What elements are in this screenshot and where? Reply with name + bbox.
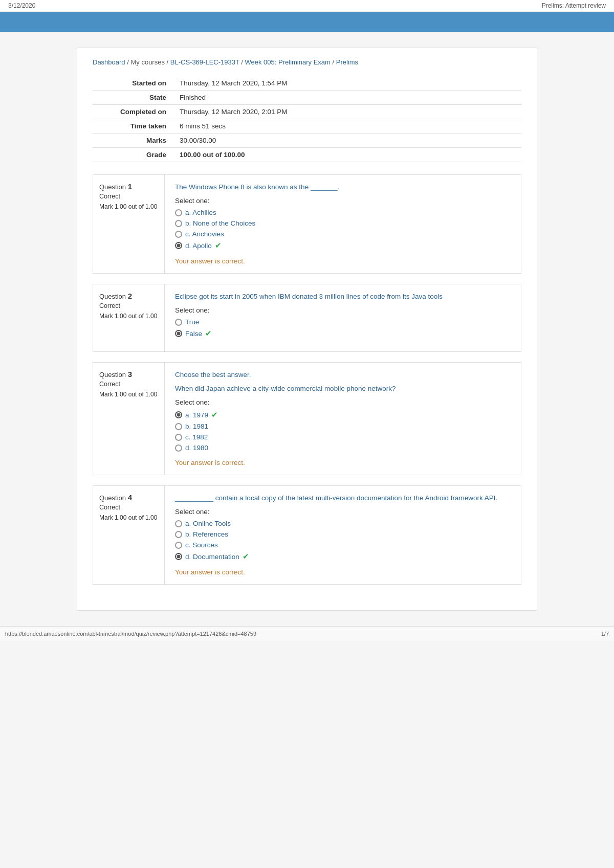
questions-container: Question 1 Correct Mark 1.00 out of 1.00… xyxy=(93,174,521,585)
option-item: d. 1980 xyxy=(175,444,511,452)
correct-checkmark: ✔ xyxy=(205,329,212,338)
question-sidebar-1: Question 1 Correct Mark 1.00 out of 1.00 xyxy=(93,175,165,273)
grade-label: Grade xyxy=(93,148,174,162)
answer-feedback: Your answer is correct. xyxy=(175,257,511,265)
radio-circle xyxy=(175,423,182,430)
option-item: c. Anchovies xyxy=(175,230,511,238)
radio-circle xyxy=(175,242,182,249)
grade-value: 100.00 out of 100.00 xyxy=(174,148,521,162)
radio-circle xyxy=(175,231,182,238)
option-label: True xyxy=(185,318,199,326)
option-label: d. Apollo ✔ xyxy=(185,241,222,250)
select-one-label: Select one: xyxy=(175,398,511,406)
radio-circle xyxy=(175,220,182,227)
radio-circle xyxy=(175,411,182,418)
radio-circle xyxy=(175,444,182,452)
option-item: a. Achilles xyxy=(175,209,511,216)
option-label: d. 1980 xyxy=(185,444,208,452)
option-label: b. None of the Choices xyxy=(185,219,255,227)
option-item: b. References xyxy=(175,530,511,538)
option-item: b. 1981 xyxy=(175,422,511,430)
completed-on-value: Thursday, 12 March 2020, 2:01 PM xyxy=(174,105,521,119)
option-item: d. Documentation ✔ xyxy=(175,552,511,561)
question-content-3: Choose the best answer.When did Japan ac… xyxy=(165,363,521,475)
page-title: Prelims: Attempt review xyxy=(542,2,606,9)
question-status: Correct xyxy=(99,193,158,200)
correct-checkmark: ✔ xyxy=(211,410,218,419)
breadcrumb: Dashboard / My courses / BL-CS-369-LEC-1… xyxy=(93,58,521,66)
option-list: a. 1979 ✔ b. 1981 c. 1982 d. 1980 xyxy=(175,410,511,452)
option-list: a. Achilles b. None of the Choices c. An… xyxy=(175,209,511,250)
radio-circle xyxy=(175,330,182,337)
option-item: b. None of the Choices xyxy=(175,219,511,227)
completed-on-label: Completed on xyxy=(93,105,174,119)
started-on-label: Started on xyxy=(93,76,174,91)
question-status: Correct xyxy=(99,302,158,309)
select-one-label: Select one: xyxy=(175,197,511,205)
question-text: The Windows Phone 8 is also known as the… xyxy=(175,183,511,191)
breadcrumb-course[interactable]: BL-CS-369-LEC-1933T xyxy=(170,58,239,66)
question-block-2: Question 2 Correct Mark 1.00 out of 1.00… xyxy=(93,284,521,352)
question-block-3: Question 3 Correct Mark 1.00 out of 1.00… xyxy=(93,362,521,475)
question-content-4: __________ contain a local copy of the l… xyxy=(165,486,521,584)
breadcrumb-prelims[interactable]: Prelims xyxy=(336,58,358,66)
radio-circle xyxy=(175,520,182,527)
radio-circle xyxy=(175,542,182,549)
question-block-4: Question 4 Correct Mark 1.00 out of 1.00… xyxy=(93,485,521,585)
question-mark: Mark 1.00 out of 1.00 xyxy=(99,202,158,211)
question-number: Question 4 xyxy=(99,493,158,502)
radio-circle xyxy=(175,531,182,538)
question-text: Eclipse got its start in 2005 when IBM d… xyxy=(175,293,511,300)
question-sidebar-4: Question 4 Correct Mark 1.00 out of 1.00 xyxy=(93,486,165,584)
question-block-1: Question 1 Correct Mark 1.00 out of 1.00… xyxy=(93,174,521,274)
answer-feedback: Your answer is correct. xyxy=(175,459,511,466)
correct-checkmark: ✔ xyxy=(243,552,249,561)
question-mark: Mark 1.00 out of 1.00 xyxy=(99,513,158,522)
option-label: d. Documentation ✔ xyxy=(185,552,249,561)
time-taken-label: Time taken xyxy=(93,119,174,133)
question-sidebar-2: Question 2 Correct Mark 1.00 out of 1.00 xyxy=(93,284,165,351)
option-item: a. 1979 ✔ xyxy=(175,410,511,419)
radio-circle xyxy=(175,209,182,216)
option-item: False ✔ xyxy=(175,329,511,338)
radio-circle xyxy=(175,553,182,560)
radio-circle xyxy=(175,319,182,326)
answer-feedback: Your answer is correct. xyxy=(175,568,511,576)
radio-circle xyxy=(175,434,182,441)
question-status: Correct xyxy=(99,381,158,388)
option-label: a. Online Tools xyxy=(185,520,231,527)
page-date: 3/12/2020 xyxy=(8,2,35,9)
info-table: Started on Thursday, 12 March 2020, 1:54… xyxy=(93,76,521,162)
question-text: Choose the best answer. xyxy=(175,371,511,379)
footer-page: 1/7 xyxy=(601,631,609,637)
option-label: c. Sources xyxy=(185,541,218,549)
marks-value: 30.00/30.00 xyxy=(174,133,521,148)
question-content-1: The Windows Phone 8 is also known as the… xyxy=(165,175,521,273)
option-item: a. Online Tools xyxy=(175,520,511,527)
option-item: d. Apollo ✔ xyxy=(175,241,511,250)
question-number: Question 1 xyxy=(99,182,158,191)
breadcrumb-dashboard[interactable]: Dashboard xyxy=(93,58,125,66)
main-container: Dashboard / My courses / BL-CS-369-LEC-1… xyxy=(77,48,537,611)
question-text: __________ contain a local copy of the l… xyxy=(175,494,511,502)
option-label: c. 1982 xyxy=(185,433,208,441)
breadcrumb-week[interactable]: Week 005: Preliminary Exam xyxy=(245,58,331,66)
option-item: True xyxy=(175,318,511,326)
marks-label: Marks xyxy=(93,133,174,148)
option-label: a. Achilles xyxy=(185,209,216,216)
option-label: False ✔ xyxy=(185,329,212,338)
question-mark: Mark 1.00 out of 1.00 xyxy=(99,390,158,399)
footer-url[interactable]: https://blended.amaesonline.com/abl-trim… xyxy=(5,631,256,637)
question-status: Correct xyxy=(99,504,158,511)
option-list: a. Online Tools b. References c. Sources… xyxy=(175,520,511,561)
question-number: Question 2 xyxy=(99,292,158,300)
question-text: When did Japan achieve a city-wide comme… xyxy=(175,385,511,392)
correct-checkmark: ✔ xyxy=(215,241,222,250)
page-footer: https://blended.amaesonline.com/abl-trim… xyxy=(0,626,614,641)
question-content-2: Eclipse got its start in 2005 when IBM d… xyxy=(165,284,521,351)
state-value: Finished xyxy=(174,91,521,105)
option-item: c. 1982 xyxy=(175,433,511,441)
nav-bar xyxy=(0,12,614,32)
select-one-label: Select one: xyxy=(175,306,511,314)
option-label: b. References xyxy=(185,530,228,538)
